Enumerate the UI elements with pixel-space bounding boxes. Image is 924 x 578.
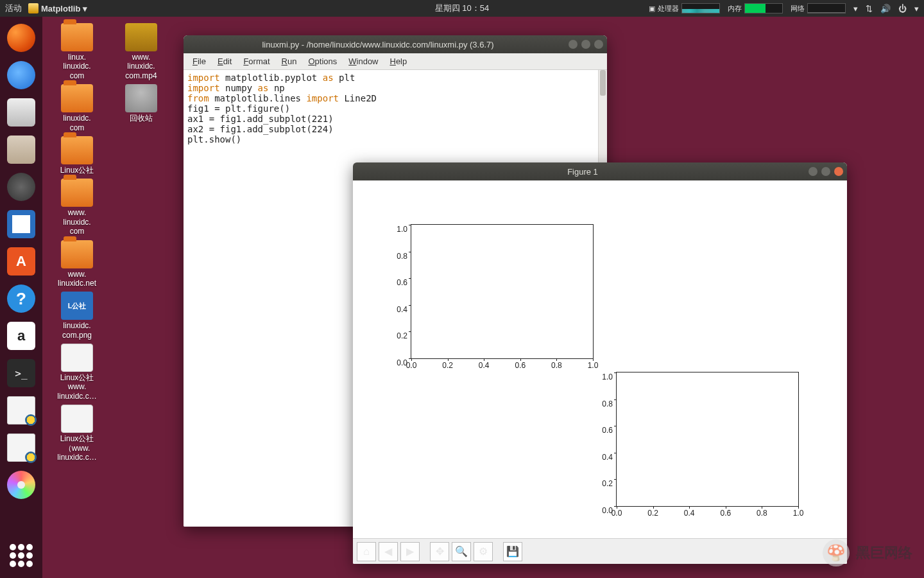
- ytick-label: 0.6: [397, 278, 411, 287]
- desktop-icon[interactable]: www.linuxidc.com.mp4: [112, 23, 170, 80]
- amazon-icon: a: [7, 322, 35, 350]
- ytick-label: 0.2: [602, 479, 617, 488]
- figtool-back[interactable]: ◀: [379, 542, 398, 561]
- folder-icon: [61, 179, 93, 207]
- png-icon: L公社: [61, 292, 93, 320]
- close-button[interactable]: [834, 167, 843, 176]
- desktop-icon[interactable]: L公社linuxidc.com.png: [48, 292, 106, 340]
- desktop-icon[interactable]: 回收站: [112, 84, 170, 132]
- menu-help[interactable]: Help: [385, 55, 413, 68]
- figtool-home[interactable]: ⌂: [357, 542, 376, 561]
- video-icon: [125, 23, 157, 51]
- ytick-label: 0.8: [397, 252, 411, 261]
- dock-files[interactable]: [5, 134, 37, 166]
- cpu-graph: [681, 3, 720, 13]
- figtool-zoom[interactable]: 🔍: [452, 542, 471, 561]
- ytick-label: 0.2: [397, 331, 411, 340]
- dock-software[interactable]: A: [5, 245, 37, 277]
- dock-python-file-2[interactable]: [5, 432, 37, 464]
- folder-icon: [61, 240, 93, 268]
- dock-firefox[interactable]: [5, 22, 37, 54]
- input-source-icon[interactable]: ▾: [853, 4, 858, 13]
- cd-icon: [7, 471, 35, 499]
- dock: A?a>_: [0, 17, 42, 578]
- dock-thunderbird[interactable]: [5, 59, 37, 91]
- menu-format[interactable]: Format: [238, 55, 275, 68]
- network-icon[interactable]: ⇅: [866, 4, 873, 13]
- dock-camera[interactable]: [5, 96, 37, 128]
- figtool-pan[interactable]: ✥: [430, 542, 449, 561]
- scrollbar-thumb[interactable]: [600, 70, 606, 96]
- figure-canvas[interactable]: 0.00.20.40.60.81.00.00.20.40.60.81.0 0.0…: [353, 180, 847, 538]
- desktop-icon[interactable]: Linux公社（www.linuxidc.c…: [48, 405, 106, 462]
- dock-help[interactable]: ?: [5, 283, 37, 315]
- maximize-button[interactable]: [821, 167, 830, 176]
- sysmon-net[interactable]: 网络: [791, 3, 846, 13]
- desktop-icon[interactable]: www.linuxidc.com: [48, 179, 106, 236]
- file-icon: [61, 405, 93, 433]
- desktop-icon[interactable]: Linux公社: [48, 136, 106, 175]
- desktop-icon[interactable]: Linux公社www.linuxidc.c…: [48, 344, 106, 401]
- menu-window[interactable]: Window: [343, 55, 383, 68]
- figtool-subplots[interactable]: ⚙: [474, 542, 493, 561]
- help-icon: ?: [7, 285, 35, 313]
- desktop-icon-label: linuxidc.com.png: [48, 321, 106, 340]
- watermark: 🍄 黑巨网络: [823, 539, 912, 566]
- music-icon: [7, 173, 35, 201]
- axes-221: 0.00.20.40.60.81.00.00.20.40.60.81.0: [411, 224, 594, 359]
- figure-titlebar[interactable]: Figure 1: [353, 162, 847, 180]
- writer-icon: [7, 210, 35, 238]
- cpu-icon: ▣: [649, 4, 655, 13]
- trash-icon: [125, 84, 157, 112]
- desktop-icon[interactable]: www.linuxidc.net: [48, 240, 106, 288]
- matplotlib-figure-window: Figure 1 0.00.20.40.60.81.00.00.20.40.60…: [353, 162, 847, 564]
- thunderbird-icon: [7, 61, 35, 89]
- power-icon[interactable]: ⏻: [898, 4, 907, 13]
- chevron-down-icon[interactable]: ▾: [914, 4, 919, 13]
- sysmon-mem[interactable]: 内存: [728, 3, 783, 13]
- dock-writer[interactable]: [5, 208, 37, 240]
- activities-button[interactable]: 活动: [5, 3, 22, 14]
- ytick-label: 0.4: [602, 453, 617, 462]
- editor-titlebar[interactable]: linuxmi.py - /home/linuxidc/www.linuxidc…: [184, 35, 607, 53]
- ytick-label: 0.4: [397, 305, 411, 314]
- minimize-button[interactable]: [809, 167, 817, 176]
- dock-cd[interactable]: [5, 469, 37, 501]
- menu-file[interactable]: File: [187, 55, 211, 68]
- close-button[interactable]: [594, 40, 603, 49]
- folder-icon: [61, 23, 93, 51]
- figtool-save[interactable]: 💾: [503, 542, 522, 561]
- desktop-icon-label: linux.linuxidc.com: [48, 53, 106, 80]
- ytick-label: 0.6: [602, 426, 617, 435]
- desktop-icon-label: www.linuxidc.com: [48, 208, 106, 236]
- mushroom-icon: 🍄: [823, 539, 850, 566]
- volume-icon[interactable]: 🔊: [880, 4, 891, 13]
- figtool-forward[interactable]: ▶: [400, 542, 420, 561]
- editor-menubar: FileEditFormatRunOptionsWindowHelp: [184, 53, 607, 70]
- menu-options[interactable]: Options: [303, 55, 342, 68]
- maximize-button[interactable]: [581, 40, 590, 49]
- axes-224: 0.00.20.40.60.81.00.00.20.40.60.81.0: [616, 372, 799, 507]
- figure-title: Figure 1: [357, 167, 809, 177]
- desktop-icon-label: linuxidc.com: [48, 114, 106, 132]
- dock-music[interactable]: [5, 171, 37, 203]
- minimize-button[interactable]: [569, 40, 578, 49]
- figure-toolbar: ⌂◀▶✥🔍⚙💾: [353, 538, 847, 564]
- desktop-icon-label: 回收站: [112, 114, 170, 123]
- python-file-2-icon: [7, 434, 35, 462]
- desktop-icon[interactable]: linux.linuxidc.com: [48, 23, 106, 80]
- sysmon-cpu[interactable]: ▣ 处理器: [649, 3, 720, 13]
- menu-edit[interactable]: Edit: [212, 55, 237, 68]
- dock-python-file-1[interactable]: [5, 394, 37, 426]
- clock[interactable]: 星期四 10：54: [435, 3, 490, 14]
- software-icon: A: [7, 247, 35, 276]
- app-menu[interactable]: Matplotlib ▾: [28, 3, 87, 13]
- matplotlib-icon: [28, 3, 38, 13]
- show-applications-button[interactable]: [5, 539, 37, 572]
- net-graph: [807, 3, 846, 13]
- app-menu-label: Matplotlib: [41, 4, 80, 13]
- dock-amazon[interactable]: a: [5, 320, 37, 352]
- menu-run[interactable]: Run: [277, 55, 302, 68]
- dock-terminal[interactable]: >_: [5, 357, 37, 389]
- desktop-icon[interactable]: linuxidc.com: [48, 84, 106, 132]
